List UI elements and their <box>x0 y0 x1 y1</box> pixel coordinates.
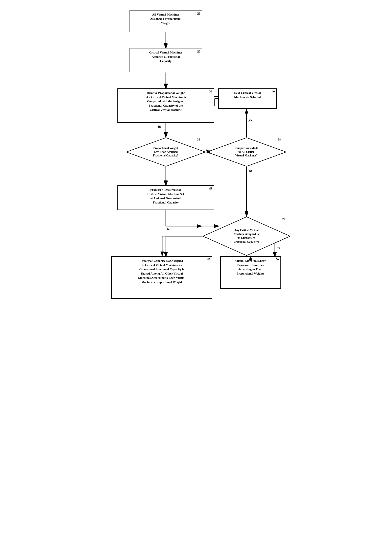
node-40: Next Critical Virtual Machines is Select… <box>218 88 277 109</box>
label-yes1: Yes <box>158 125 162 128</box>
node-50-id: 50 <box>276 258 279 262</box>
node-36-label: Proportional WeightLess Than AssignedFra… <box>153 146 178 158</box>
node-34-id: 34 <box>209 90 212 94</box>
node-42-id: 42 <box>209 186 212 190</box>
node-36-id: 36 <box>197 138 200 141</box>
node-50-label: Virtual Machines Share Processor Resourc… <box>235 259 266 275</box>
label-yes3: Yes <box>167 228 171 231</box>
label-no3: No <box>277 246 280 250</box>
node-46-id: 46 <box>282 217 285 220</box>
node-46-label: Any Critical VirtualMachine Assigned toi… <box>234 229 259 244</box>
node-46-wrap: Any Critical VirtualMachine Assigned toi… <box>202 216 291 256</box>
node-32-id: 32 <box>197 49 200 53</box>
label-no2: No <box>248 119 252 122</box>
flowchart: All Virtual Machines Assigned a Proporti… <box>105 4 287 489</box>
node-30-id: 30 <box>197 11 200 15</box>
node-32: Critical Virtual Machines Assigned a Fra… <box>129 48 202 72</box>
node-30-label: All Virtual Machines Assigned a Proporti… <box>150 13 181 25</box>
node-38-label: Comparisons Madefor All CriticalVirtual … <box>235 146 258 158</box>
node-50: Virtual Machines Share Processor Resourc… <box>220 256 281 289</box>
node-34-label: Relative Proportional Weight of a Critic… <box>146 91 186 111</box>
node-38-wrap: Comparisons Madefor All CriticalVirtual … <box>206 137 287 167</box>
node-42: Processor Resources for Critical Virtual… <box>117 185 214 210</box>
node-48-id: 48 <box>207 258 210 262</box>
node-30: All Virtual Machines Assigned a Proporti… <box>129 10 202 32</box>
node-42-label: Processor Resources for Critical Virtual… <box>147 188 184 204</box>
node-34: Relative Proportional Weight of a Critic… <box>117 88 214 123</box>
label-yes2: Yes <box>248 169 252 172</box>
node-40-label: Next Critical Virtual Machines is Select… <box>234 91 261 99</box>
node-36-wrap: Proportional WeightLess Than AssignedFra… <box>125 137 206 167</box>
node-32-label: Critical Virtual Machines Assigned a Fra… <box>149 51 182 63</box>
node-38-id: 38 <box>278 138 281 141</box>
node-40-id: 40 <box>272 90 275 94</box>
node-48: Processor Capacity Not Assigned to Criti… <box>111 256 212 299</box>
node-48-label: Processor Capacity Not Assigned to Criti… <box>138 259 185 284</box>
